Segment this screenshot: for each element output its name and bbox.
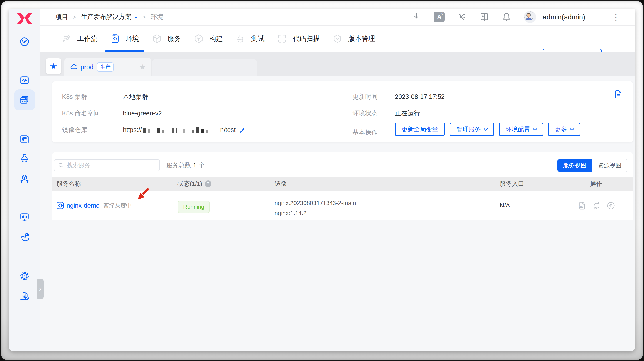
- breadcrumb-separator: >: [73, 14, 76, 21]
- gauge-icon: [19, 37, 30, 47]
- service-name-link[interactable]: nginx-demo: [66, 202, 100, 209]
- updated-label: 更新时间: [352, 93, 378, 101]
- sidebar-item-tests[interactable]: [14, 148, 35, 169]
- avatar-image: [524, 11, 534, 21]
- chevron-down-icon: [484, 127, 488, 131]
- service-search: [54, 159, 160, 171]
- sidebar-item-templates[interactable]: [14, 128, 35, 149]
- scan-icon: [277, 34, 287, 44]
- star-icon[interactable]: ★: [139, 63, 146, 71]
- docs-book-icon[interactable]: [480, 12, 489, 22]
- service-cube-icon: [152, 34, 162, 44]
- inactive-env-tab[interactable]: [152, 59, 257, 76]
- topbar-actions: A 文: [412, 11, 620, 23]
- chevron-down-icon: [533, 127, 537, 131]
- cluster-value: 本地集群: [123, 93, 148, 101]
- flask-icon: [19, 153, 30, 164]
- avatar[interactable]: [524, 11, 536, 23]
- tab-builds[interactable]: 构建: [194, 26, 223, 52]
- download-icon[interactable]: [412, 12, 421, 22]
- zadig-logo-icon: [16, 12, 33, 25]
- environment-code-icon: [110, 34, 120, 44]
- breadcrumb-project[interactable]: 项目: [56, 13, 68, 21]
- namespace-value: blue-green-v2: [123, 109, 162, 117]
- waveform-icon: [19, 75, 30, 85]
- production-badge: 生产: [97, 63, 114, 72]
- image-cell: nginx:20230803171343-2-main nginx:1.14.2: [274, 198, 356, 218]
- restart-icon[interactable]: [592, 201, 601, 210]
- caret-down-icon: ▼: [134, 16, 138, 20]
- search-input[interactable]: [54, 159, 160, 171]
- image-line: nginx:1.14.2: [274, 208, 356, 218]
- document-icon[interactable]: [614, 90, 623, 99]
- sidebar-item-dashboard[interactable]: [14, 31, 35, 52]
- workflow-icon: [62, 34, 72, 44]
- running-status-badge: Running: [178, 201, 210, 213]
- helm-service-icon: [56, 201, 64, 210]
- col-entry: 服务入口: [500, 177, 524, 191]
- help-question-icon[interactable]: ?: [205, 181, 212, 187]
- tab-services[interactable]: 服务: [152, 26, 181, 52]
- namespace-label: K8s 命名空间: [62, 109, 100, 117]
- cloud-icon: [70, 63, 78, 71]
- sidebar-item-enterprise[interactable]: [14, 285, 35, 306]
- env-tab-prod[interactable]: prod 生产 ★: [64, 58, 152, 76]
- col-actions: 操作: [590, 177, 602, 191]
- user-name[interactable]: admin(admin): [542, 13, 585, 21]
- kebab-menu-icon[interactable]: ⋮: [612, 13, 620, 21]
- sidebar-item-settings[interactable]: Z: [14, 265, 35, 286]
- tab-code-scan[interactable]: 代码扫描: [277, 26, 320, 52]
- tab-workflows[interactable]: 工作流: [62, 26, 98, 52]
- service-name-cell: nginx-demo 蓝绿灰度中: [56, 191, 132, 220]
- edit-pencil-icon[interactable]: [239, 127, 246, 134]
- services-panel: 服务总数 1 个 服务视图 资源视图 服务名称 状态(1/1) ? 镜像: [52, 152, 633, 220]
- upgrade-icon[interactable]: [606, 201, 616, 210]
- svg-text:Z: Z: [23, 274, 26, 278]
- view-toggle: 服务视图 资源视图: [558, 159, 627, 172]
- favorite-star-button[interactable]: ★: [46, 58, 61, 74]
- search-icon: [58, 162, 64, 168]
- sidebar-item-insight[interactable]: [14, 207, 35, 227]
- ops-label: 基本操作: [352, 128, 378, 136]
- sidebar-item-projects[interactable]: PM: [14, 90, 35, 110]
- breadcrumb-solution[interactable]: 生产发布解决方案 ▼: [81, 13, 138, 21]
- sidebar-item-delivery[interactable]: [14, 168, 35, 189]
- resource-view-button[interactable]: 资源视图: [592, 159, 627, 172]
- building-check-icon: [19, 291, 30, 301]
- translate-icon[interactable]: A 文: [434, 12, 445, 23]
- sidebar-expander-handle[interactable]: ›: [36, 279, 44, 299]
- tab-environments[interactable]: 环境: [110, 26, 139, 52]
- env-config-button[interactable]: 环境配置: [499, 123, 543, 136]
- registry-value: https:// n/test: [123, 126, 246, 134]
- delivery-package-icon: [19, 174, 30, 184]
- star-icon: ★: [50, 61, 58, 71]
- service-view-button[interactable]: 服务视图: [558, 159, 592, 172]
- registry-label: 镜像仓库: [62, 126, 87, 134]
- redacted-registry-url: [143, 127, 208, 133]
- sidebar-item-monitor[interactable]: [14, 70, 35, 91]
- red-annotation-arrow: [137, 187, 150, 201]
- col-status: 状态(1/1) ?: [178, 177, 212, 191]
- build-hexagon-icon: [194, 34, 204, 44]
- manage-services-button[interactable]: 管理服务: [450, 123, 494, 136]
- yaml-file-icon[interactable]: YAML: [578, 201, 587, 210]
- more-button[interactable]: 更多: [548, 123, 580, 136]
- project-nav: 工作流 环境 服务 构建: [40, 26, 635, 52]
- template-library-icon: [19, 134, 30, 144]
- version-tag-icon: [332, 34, 342, 44]
- deploy-status-note: 蓝绿灰度中: [104, 202, 132, 209]
- content-area: K8s 集群 本地集群 K8s 命名空间 blue-green-v2 镜像仓库 …: [40, 76, 635, 351]
- breadcrumb-environment: 环境: [150, 13, 163, 21]
- update-global-vars-button[interactable]: 更新全局变量: [395, 123, 445, 136]
- tab-tests[interactable]: 测试: [236, 26, 264, 52]
- image-line: nginx:20230803171343-2-main: [274, 198, 356, 208]
- breadcrumb-separator: >: [142, 14, 146, 21]
- tab-releases[interactable]: 版本管理: [332, 26, 375, 52]
- app-window: PM: [9, 9, 635, 351]
- environment-tabstrip: ★ prod 生产 ★: [40, 52, 635, 76]
- env-tab-name: prod: [80, 63, 94, 71]
- integrations-nodes-icon[interactable]: [457, 12, 467, 22]
- project-pm-icon: PM: [19, 95, 30, 105]
- sidebar-item-reports[interactable]: [14, 226, 35, 247]
- bell-icon[interactable]: [502, 12, 511, 22]
